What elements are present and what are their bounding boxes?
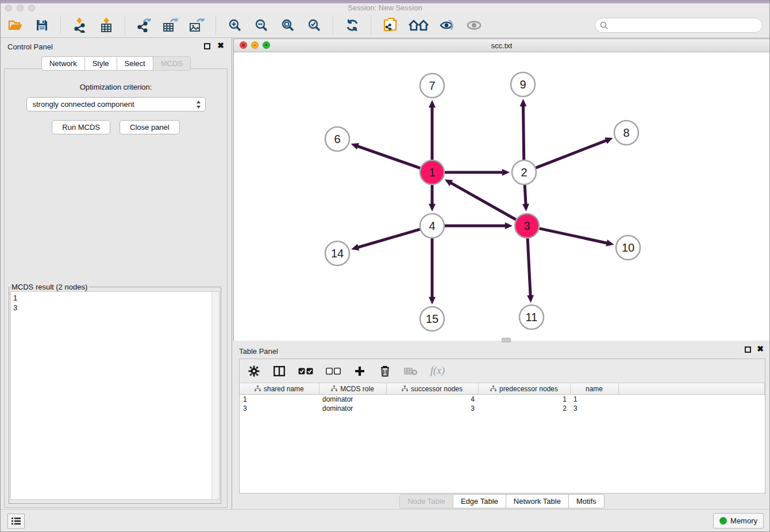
graph-edge-3-10[interactable] <box>540 229 607 244</box>
tab-network-table[interactable]: Network Table <box>506 494 569 508</box>
column-settings-gear-icon[interactable] <box>248 364 260 378</box>
delete-table-icon[interactable] <box>404 364 418 378</box>
select-all-checkboxes-icon[interactable] <box>298 364 313 378</box>
float-panel-icon[interactable] <box>204 43 210 49</box>
cell-MCDS-role[interactable]: dominator <box>319 395 386 404</box>
cell-predecessor-nodes[interactable]: 1 <box>478 395 570 404</box>
duplicate-network-icon[interactable] <box>381 16 399 34</box>
task-history-button[interactable] <box>7 514 25 529</box>
splitter-grip[interactable] <box>502 338 511 342</box>
column-header-name[interactable]: name <box>570 383 618 395</box>
control-panel-tabs: NetworkStyleSelectMCDS <box>1 56 232 71</box>
table-panel: Table Panel ✖ <box>233 342 770 511</box>
network-graph[interactable]: 7968124314101511 <box>234 52 769 341</box>
zoom-in-icon[interactable] <box>226 16 244 34</box>
close-panel-icon[interactable]: ✖ <box>217 41 224 50</box>
memory-button[interactable]: Memory <box>713 513 764 529</box>
float-table-panel-icon[interactable] <box>745 346 751 353</box>
svg-text:8: 8 <box>623 126 629 139</box>
graph-node-9[interactable]: 9 <box>511 72 535 97</box>
graph-edge-1-6[interactable] <box>357 146 420 168</box>
zoom-selected-icon[interactable] <box>305 16 324 34</box>
graph-node-6[interactable]: 6 <box>325 127 349 151</box>
graph-edge-2-3[interactable] <box>525 185 526 205</box>
network-window-titlebar[interactable]: ✕ − + scc.txt <box>234 39 769 52</box>
graph-edge-3-11[interactable] <box>528 238 530 296</box>
column-header-successor-nodes[interactable]: successor nodes <box>386 383 478 395</box>
control-panel: Control Panel ✖ NetworkStyleSelectMCDS O… <box>1 38 232 511</box>
export-network-icon[interactable] <box>135 16 153 34</box>
toolbar-separator <box>215 17 217 34</box>
graph-node-3[interactable]: 3 <box>515 214 539 238</box>
graph-edge-2-8[interactable] <box>536 140 607 168</box>
run-mcds-button[interactable]: Run MCDS <box>52 120 110 134</box>
search-input[interactable] <box>611 21 762 30</box>
add-column-plus-icon[interactable] <box>353 364 366 378</box>
graph-node-14[interactable]: 14 <box>325 241 349 265</box>
svg-text:11: 11 <box>526 311 538 323</box>
export-image-icon[interactable] <box>188 16 206 34</box>
tab-node-table[interactable]: Node Table <box>399 494 453 508</box>
toolbar-separator <box>125 17 126 34</box>
graph-node-7[interactable]: 7 <box>420 74 444 98</box>
mcds-result-text[interactable]: 1 3 <box>13 293 217 313</box>
graph-node-10[interactable]: 10 <box>616 236 640 260</box>
cell-name[interactable]: 3 <box>570 404 618 413</box>
column-header-MCDS-role[interactable]: MCDS role <box>319 383 386 395</box>
graph-edge-4-14[interactable] <box>358 229 420 248</box>
graph-node-8[interactable]: 8 <box>614 121 638 145</box>
network-overview-icon[interactable] <box>407 16 430 34</box>
network-view-window: ✕ − + scc.txt 7968124314101511 <box>233 38 770 341</box>
result-scrollbar[interactable] <box>211 292 219 499</box>
cell-shared-name[interactable]: 3 <box>240 404 319 413</box>
cell-name[interactable]: 1 <box>570 395 618 404</box>
toolbar-separator <box>60 17 61 34</box>
apply-layout-icon[interactable] <box>343 16 361 34</box>
save-session-icon[interactable] <box>33 16 51 34</box>
table-tabs: Node TableEdge TableNetwork TableMotifs <box>233 494 770 508</box>
table-row[interactable]: 1dominator411 <box>240 395 765 404</box>
tab-select[interactable]: Select <box>117 56 153 71</box>
delete-column-trash-icon[interactable] <box>379 364 391 378</box>
import-network-icon[interactable] <box>71 16 89 34</box>
graph-edge-2-9[interactable] <box>523 106 523 160</box>
tab-network[interactable]: Network <box>41 56 85 71</box>
open-session-icon[interactable] <box>6 16 25 34</box>
graph-node-2[interactable]: 2 <box>512 160 536 184</box>
tab-edge-table[interactable]: Edge Table <box>453 494 506 508</box>
close-panel-button[interactable]: Close panel <box>120 120 180 134</box>
hide-panel-eye-icon[interactable] <box>438 16 457 34</box>
column-header-predecessor-nodes[interactable]: predecessor nodes <box>478 383 570 395</box>
svg-text:7: 7 <box>429 79 435 92</box>
graph-node-4[interactable]: 4 <box>420 214 444 238</box>
tab-style[interactable]: Style <box>85 56 117 71</box>
function-builder-icon[interactable]: f(x) <box>430 364 445 378</box>
close-table-panel-icon[interactable]: ✖ <box>757 344 764 353</box>
export-table-icon[interactable] <box>161 16 180 34</box>
zoom-out-icon[interactable] <box>252 16 271 34</box>
cell-predecessor-nodes[interactable]: 2 <box>478 404 570 413</box>
tab-motifs[interactable]: Motifs <box>569 494 605 508</box>
cell-MCDS-role[interactable]: dominator <box>319 404 386 413</box>
graph-node-15[interactable]: 15 <box>420 307 444 331</box>
deselect-all-checkboxes-icon[interactable] <box>326 364 341 378</box>
graph-edge-3-1[interactable] <box>451 183 516 219</box>
search-icon <box>600 21 609 30</box>
tab-mcds[interactable]: MCDS <box>153 56 191 71</box>
split-view-columns-icon[interactable] <box>273 364 286 378</box>
show-panel-eye-icon[interactable] <box>465 16 483 34</box>
column-header-shared-name[interactable]: shared name <box>240 383 319 395</box>
cell-shared-name[interactable]: 1 <box>240 395 319 404</box>
svg-text:15: 15 <box>426 313 438 325</box>
criterion-select[interactable]: strongly connected component <box>26 97 206 111</box>
cell-successor-nodes[interactable]: 4 <box>386 395 478 404</box>
graph-node-11[interactable]: 11 <box>519 305 544 329</box>
table-row[interactable]: 3dominator323 <box>240 404 765 413</box>
network-canvas[interactable]: 7968124314101511 <box>234 52 769 341</box>
graph-node-1[interactable]: 1 <box>420 160 444 184</box>
zoom-fit-icon[interactable] <box>279 16 297 34</box>
svg-text:14: 14 <box>331 247 344 260</box>
cell-successor-nodes[interactable]: 3 <box>386 404 478 413</box>
import-table-icon[interactable] <box>97 16 116 34</box>
mcds-tab-content: Optimization criterion: strongly connect… <box>4 68 228 508</box>
